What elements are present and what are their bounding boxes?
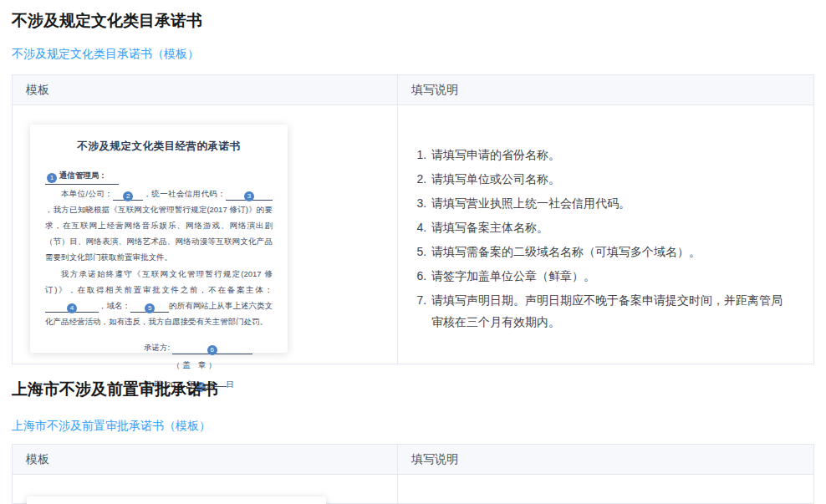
p2-text-1: 我方承诺始终遵守《互联网文化管理暂行规定(2017 修订)》，在取得相关前置审批…	[45, 269, 273, 294]
step-badge-3: 3	[244, 191, 254, 201]
salutation-underline: 1 通信管理局：	[45, 171, 119, 185]
signer-label: 承诺方:	[144, 343, 172, 352]
salutation-text: 通信管理局：	[59, 171, 107, 180]
section1-table-body: 不涉及规定文化类目经营的承诺书 1 通信管理局： 本单位/公司：2，统一社会信用…	[13, 105, 813, 364]
instruction-item: 请填写备案主体名称。	[430, 216, 793, 238]
section1-table-header: 模板 填写说明	[13, 75, 813, 105]
step-badge-6: 6	[207, 345, 217, 355]
section2-table: 模板 填写说明	[12, 444, 814, 504]
p1-text-2: ，统一社会信用代码：	[143, 189, 226, 198]
instruction-item: 请填写申请的省份名称。	[430, 144, 793, 165]
instructions-cell	[397, 475, 813, 503]
blank-field-2: 2	[113, 190, 143, 201]
section1-title: 不涉及规定文化类目承诺书	[12, 12, 814, 30]
instruction-item: 请填写声明日期。声明日期应不晚于备案申请提交时间，并距离管局审核在三个月有效期内…	[430, 289, 793, 333]
section2-title: 上海市不涉及前置审批承诺书	[12, 380, 814, 399]
instruction-item: 请填写营业执照上统一社会信用代码。	[430, 192, 793, 214]
blank-field-3: 3	[226, 190, 273, 201]
instructions-list: 请填写申请的省份名称。 请填写单位或公司名称。 请填写营业执照上统一社会信用代码…	[411, 144, 793, 333]
seal-line: （盖 章）	[144, 360, 273, 371]
instruction-item: 请填写单位或公司名称。	[430, 168, 793, 190]
p2-text-2: ，域名：	[99, 301, 130, 310]
doc-salutation-line: 1 通信管理局：	[45, 171, 273, 185]
p1-text-3: ，我方已知晓根据《互联网文化管理暂行规定(2017 修订)》的要求，在互联网上经…	[45, 205, 273, 262]
template-cell: 不涉及规定文化类目经营的承诺书 1 通信管理局： 本单位/公司：2，统一社会信用…	[13, 105, 397, 364]
column-header-template: 模板	[13, 445, 397, 474]
doc-page: 不涉及规定文化类目承诺书 不涉及规定文化类目承诺书（模板） 模板 填写说明 不涉…	[0, 12, 826, 504]
instructions-cell: 请填写申请的省份名称。 请填写单位或公司名称。 请填写营业执照上统一社会信用代码…	[397, 105, 813, 364]
column-header-instructions: 填写说明	[397, 445, 813, 474]
section2-table-header: 模板 填写说明	[13, 445, 813, 475]
column-header-instructions: 填写说明	[397, 75, 813, 104]
signer-line: 承诺方: 6	[144, 343, 273, 354]
template-preview-card-partial	[27, 496, 326, 504]
section2-table-body	[13, 475, 813, 503]
section2-template-link[interactable]: 上海市不涉及前置审批承诺书（模板）	[12, 419, 211, 432]
step-badge-5: 5	[145, 303, 155, 313]
doc-paragraph-1: 本单位/公司：2，统一社会信用代码：3，我方已知晓根据《互联网文化管理暂行规定(…	[45, 186, 273, 265]
blank-field-6: 6	[172, 344, 252, 354]
doc-title: 不涉及规定文化类目经营的承诺书	[45, 140, 273, 154]
section1-template-link[interactable]: 不涉及规定文化类目承诺书（模板）	[12, 47, 199, 60]
section1-table: 模板 填写说明 不涉及规定文化类目经营的承诺书 1 通信管理局： 本单位/公司：…	[12, 74, 814, 364]
instruction-item: 请签字加盖单位公章（鲜章）。	[430, 265, 793, 287]
p1-text-1: 本单位/公司：	[61, 189, 113, 198]
template-cell	[13, 475, 397, 503]
blank-field-4: 4	[45, 302, 99, 313]
step-badge-2: 2	[123, 191, 133, 201]
doc-paragraph-2: 我方承诺始终遵守《互联网文化管理暂行规定(2017 修订)》，在取得相关前置审批…	[45, 266, 273, 329]
instruction-item: 请填写需备案的二级域名名称（可填写多个域名）。	[430, 241, 793, 262]
step-badge-4: 4	[67, 303, 77, 313]
blank-field-5: 5	[130, 302, 169, 313]
column-header-template: 模板	[13, 75, 397, 104]
step-badge-1: 1	[47, 173, 57, 183]
date-day-label: 日	[227, 379, 235, 389]
template-preview-card: 不涉及规定文化类目经营的承诺书 1 通信管理局： 本单位/公司：2，统一社会信用…	[30, 125, 288, 353]
